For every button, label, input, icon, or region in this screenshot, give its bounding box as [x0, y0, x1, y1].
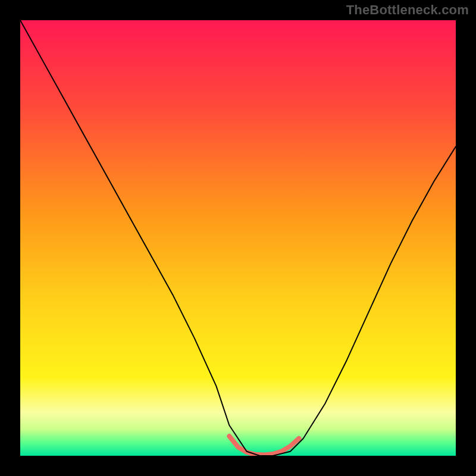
plot-area: [20, 20, 456, 456]
main-curve: [20, 20, 456, 456]
chart-frame: TheBottleneck.com: [0, 0, 476, 476]
curve-layer: [20, 20, 456, 456]
watermark-text: TheBottleneck.com: [346, 2, 469, 18]
